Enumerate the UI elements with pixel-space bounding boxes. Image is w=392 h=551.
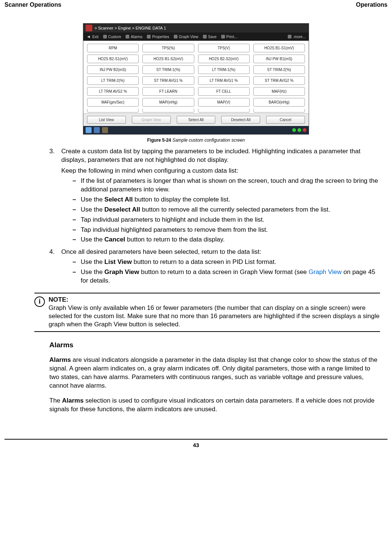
param-button[interactable]: ST TRM AVG1 % <box>142 76 194 85</box>
sample-app-window: > Scanner > Engine > ENGINE DATA 1 ◄Exit… <box>83 23 309 135</box>
status-dot-green <box>292 128 296 132</box>
step3-text2: Keep the following in mind when configur… <box>61 167 380 175</box>
tool-icon[interactable] <box>102 127 108 133</box>
param-button[interactable] <box>253 109 305 113</box>
param-button[interactable]: LT TRIM-1(%) <box>198 65 250 74</box>
param-button[interactable]: RPM <box>87 44 139 52</box>
param-button[interactable]: ST TRIM-1(%) <box>142 65 194 74</box>
step3-text: Create a custom data list by tapping the… <box>61 147 380 164</box>
note-block: i NOTE: Graph View is only available whe… <box>34 293 380 332</box>
graph-view-link[interactable]: Graph View <box>309 268 342 276</box>
bullet-text: Use the Deselect All button to remove al… <box>81 206 330 214</box>
step4-text: Once all desired parameters have been se… <box>61 248 380 256</box>
bottom-bar: List View Graph View Select All Deselect… <box>83 113 309 126</box>
bell-icon <box>126 35 129 39</box>
bullet-text: Use the List View button to return to a … <box>81 258 276 267</box>
param-button[interactable]: HO2S B2-S2(mV) <box>198 55 250 63</box>
info-icon: i <box>34 296 45 307</box>
param-button[interactable]: INJ PW B2(mS) <box>87 65 139 74</box>
header-left: Scanner Operations <box>4 1 61 8</box>
bullet-text: Use the Cancel button to return to the d… <box>81 236 225 244</box>
note-body: Graph View is only available when 16 or … <box>49 304 380 329</box>
bullet-text: If the list of parameters is longer than… <box>81 177 380 194</box>
bullet-text: Tap individual highlighted parameters to… <box>81 226 268 234</box>
graph-icon <box>174 35 178 39</box>
status-dot-green <box>297 128 301 132</box>
param-button[interactable]: ST TRIM-2(%) <box>253 65 305 74</box>
param-button[interactable]: LT TRM AVG2 % <box>87 87 139 96</box>
bullet-text: Use the Select All button to display the… <box>81 196 230 204</box>
status-dot-red <box>303 128 306 132</box>
page-number: 43 <box>193 442 199 448</box>
param-button[interactable] <box>198 109 250 113</box>
star-icon <box>103 35 107 39</box>
save-button[interactable]: Save <box>203 35 217 39</box>
param-button[interactable]: ST TRM AVG2 % <box>253 76 305 85</box>
param-button[interactable]: TPS(V) <box>198 44 250 52</box>
note-title: NOTE: <box>49 296 380 304</box>
cancel-button[interactable]: Cancel <box>266 116 305 124</box>
page-footer: 43 <box>4 439 388 448</box>
param-button[interactable]: FT CELL <box>198 87 250 96</box>
more-button[interactable]: .more... <box>288 35 306 39</box>
print-button[interactable]: Print... <box>221 35 237 39</box>
param-button[interactable]: HO2S B1-S1(mV) <box>253 44 305 52</box>
param-button[interactable]: MAF(Hz) <box>253 87 305 96</box>
param-button[interactable] <box>142 109 194 113</box>
printer-icon <box>221 35 225 39</box>
param-button[interactable]: LT TRM AVG1 % <box>198 76 250 85</box>
param-button[interactable]: MAP(V) <box>198 98 250 107</box>
titlebar: > Scanner > Engine > ENGINE DATA 1 <box>83 24 309 33</box>
param-button[interactable]: BARO(inHg) <box>253 98 305 107</box>
param-button[interactable]: HO2S B2-S1(mV) <box>87 55 139 63</box>
param-button[interactable]: FT LEARN <box>142 87 194 96</box>
param-button[interactable]: MAP(inHg) <box>142 98 194 107</box>
properties-button[interactable]: Properties <box>147 35 169 39</box>
header-right: Operations <box>356 1 388 8</box>
list-number: 4. <box>49 248 61 287</box>
param-button[interactable]: MAF(gm/Sec) <box>87 98 139 107</box>
bullet-text: Tap individual parameters to highlight a… <box>81 216 264 224</box>
status-strip <box>83 126 309 134</box>
custom-button[interactable]: Custom <box>103 35 121 39</box>
figure-caption: Figure 5-24 Sample custom configuration … <box>4 138 388 143</box>
list-view-button[interactable]: List View <box>87 116 126 124</box>
param-button[interactable]: TPS(%) <box>142 44 194 52</box>
graph-view-button[interactable]: Graph View <box>132 116 171 124</box>
param-button[interactable] <box>87 109 139 113</box>
param-row-cutoff <box>83 109 309 113</box>
bullet-text: Use the Graph View button to return to a… <box>81 268 380 285</box>
menu-icon <box>288 35 291 39</box>
select-all-button[interactable]: Select All <box>177 116 216 124</box>
app-logo-icon <box>86 25 92 31</box>
param-button[interactable]: INJ PW B1(mS) <box>253 55 305 63</box>
alarms-button[interactable]: Alarms <box>126 35 142 39</box>
alarms-heading: Alarms <box>49 340 380 350</box>
graphview-button[interactable]: Graph View <box>174 35 198 39</box>
gear-icon <box>147 35 151 39</box>
disk-icon <box>203 35 207 39</box>
alarms-p1: Alarms are visual indicators alongside a… <box>49 356 380 390</box>
parameter-grid: RPM TPS(%) TPS(V) HO2S B1-S1(mV) HO2S B2… <box>83 41 309 109</box>
alarms-p2: The Alarms selection is used to configur… <box>49 397 380 414</box>
param-button[interactable]: HO2S B1-S2(mV) <box>142 55 194 63</box>
toolbar: ◄Exit Custom Alarms Properties Graph Vie… <box>83 33 309 41</box>
deselect-all-button[interactable]: Deselect All <box>221 116 260 124</box>
list-icon[interactable] <box>94 127 100 133</box>
list-number: 3. <box>49 147 61 246</box>
breadcrumb: > Scanner > Engine > ENGINE DATA 1 <box>95 26 166 30</box>
exit-button[interactable]: ◄Exit <box>86 34 99 39</box>
param-button[interactable]: LT TRIM-2(%) <box>87 76 139 85</box>
home-icon[interactable] <box>86 127 92 133</box>
